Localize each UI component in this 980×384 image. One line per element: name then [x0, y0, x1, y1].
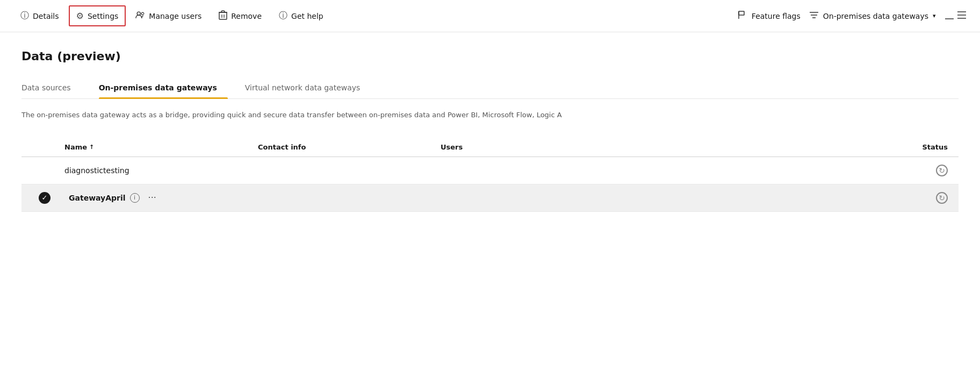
details-label: Details: [33, 12, 59, 20]
sort-ascending-icon: ↑: [89, 144, 94, 151]
table-row[interactable]: diagnostictesting ↻: [21, 157, 959, 184]
tab-data-sources[interactable]: Data sources: [21, 78, 82, 98]
row-2-name: GatewayApril: [69, 194, 126, 202]
feature-flags-label: Feature flags: [752, 12, 801, 20]
tab-bar: Data sources On-premises data gateways V…: [21, 78, 959, 99]
row-1-status-icon: ↻: [936, 165, 948, 176]
row-2-name-cell: ✓ GatewayApril i ···: [21, 192, 258, 204]
main-content: Data (preview) Data sources On-premises …: [0, 32, 980, 229]
toolbar-left: ⓘ Details ⚙ Settings Manage users: [13, 5, 738, 27]
table-row[interactable]: ✓ GatewayApril i ··· ↻: [21, 184, 959, 212]
column-header-users[interactable]: Users: [441, 143, 602, 151]
toolbar-right: Feature flags On-premises data gateways …: [738, 10, 967, 22]
row-2-info-icon[interactable]: i: [130, 193, 140, 203]
tab-on-premises[interactable]: On-premises data gateways: [99, 78, 228, 98]
chevron-down-icon: ▾: [933, 12, 936, 19]
column-header-status[interactable]: Status: [602, 143, 959, 151]
users-icon: [135, 11, 145, 22]
feature-flags-button[interactable]: Feature flags: [738, 10, 801, 22]
on-premises-dropdown-label: On-premises data gateways: [823, 12, 928, 20]
row-2-more-icon[interactable]: ···: [148, 193, 156, 203]
tab-virtual-network[interactable]: Virtual network data gateways: [245, 78, 371, 98]
row-2-status-icon: ↻: [936, 192, 948, 204]
toolbar: ⓘ Details ⚙ Settings Manage users: [0, 0, 980, 32]
help-icon: ⓘ: [279, 10, 287, 22]
get-help-button[interactable]: ⓘ Get help: [271, 5, 331, 27]
details-icon: ⓘ: [20, 10, 29, 22]
svg-point-1: [142, 12, 145, 15]
gateway-table: Name ↑ Contact info Users Status diagnos…: [21, 138, 959, 212]
svg-rect-6: [739, 11, 744, 15]
tab-description: The on-premises data gateway acts as a b…: [21, 110, 959, 120]
feature-flags-icon: [738, 10, 747, 22]
remove-label: Remove: [231, 12, 262, 20]
row-1-name: diagnostictesting: [64, 166, 129, 175]
on-premises-dropdown-button[interactable]: On-premises data gateways ▾: [809, 11, 936, 21]
more-options-button[interactable]: [945, 10, 967, 22]
get-help-label: Get help: [291, 12, 323, 20]
column-header-contact-info[interactable]: Contact info: [258, 143, 441, 151]
row-2-status-cell: ↻: [602, 192, 959, 204]
gear-icon: ⚙: [76, 11, 84, 21]
row-2-checkbox[interactable]: ✓: [39, 192, 51, 204]
manage-users-button[interactable]: Manage users: [128, 5, 209, 27]
settings-button[interactable]: ⚙ Settings: [69, 5, 126, 26]
page-title: Data (preview): [21, 49, 959, 63]
column-header-name[interactable]: Name ↑: [21, 143, 258, 151]
svg-rect-2: [219, 12, 227, 19]
row-1-name-cell: diagnostictesting: [21, 166, 258, 175]
filter-icon: [809, 11, 819, 21]
table-header: Name ↑ Contact info Users Status: [21, 138, 959, 157]
row-1-status-cell: ↻: [602, 165, 959, 176]
settings-label: Settings: [88, 12, 118, 20]
more-options-icon: [945, 10, 967, 22]
remove-button[interactable]: Remove: [211, 5, 269, 27]
details-button[interactable]: ⓘ Details: [13, 5, 67, 27]
trash-icon: [219, 10, 227, 22]
manage-users-label: Manage users: [149, 12, 201, 20]
